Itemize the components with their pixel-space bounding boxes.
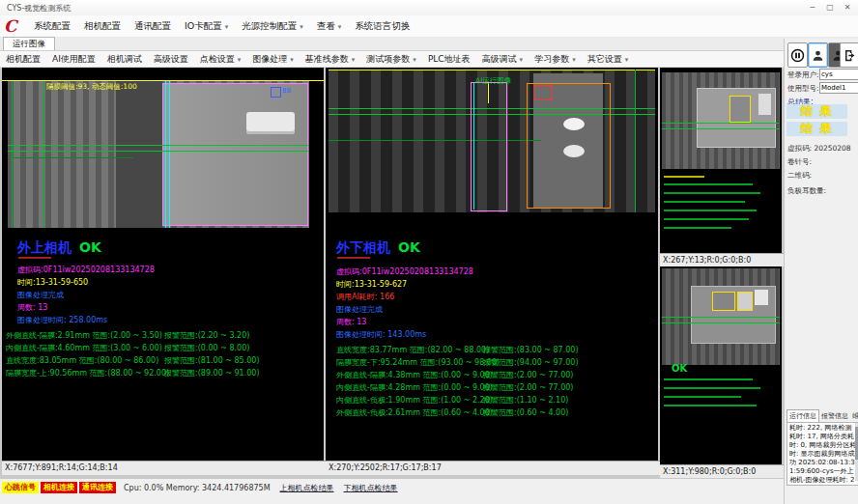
info-tabs: 运行信息报警信息维码信息 [786,409,858,422]
lower-camera-check-link[interactable]: 下相机点检结果 [344,483,398,493]
text-line [664,218,749,220]
tool-advanced-settings[interactable]: 高级设置 [148,51,194,67]
green-hline [8,157,133,158]
right-sidebar: 登录用户: 使用型号: 总结果: 结 果 结 果 虚拟码: 20250208 卷… [784,39,858,504]
model-label: 使用型号: [787,84,819,94]
exit-button[interactable] [840,42,858,68]
cycle-line: 周数: 13 [17,302,47,313]
middle-pixel-coords: X:270;Y:2502;R:17;G:17;B:17 [326,461,661,475]
comm-link-badge: 通讯连接 [79,482,116,493]
text-line [664,183,753,185]
login-user-button[interactable] [808,42,828,68]
tool-camera-config[interactable]: 相机配置 [0,51,46,67]
menu-camera-config[interactable]: 相机配置 [77,15,128,37]
small-red-text-line [18,257,51,259]
tool-baseline-params[interactable]: 基准线参数 [300,51,361,67]
tab-run-image[interactable]: 运行图像 [3,37,55,50]
text-line [664,227,731,229]
tool-other-settings[interactable]: 其它设置 [582,51,635,67]
green-vline [43,81,44,228]
tool-spot-check[interactable]: 点检设置 [194,51,247,67]
measurement-row: 内侧直线-负极:1.90mm 范围:(1.00 ~ 2.20)报警范围:(1.1… [336,395,655,407]
green-hline [662,123,780,124]
result-ok: OK [398,239,420,255]
yellow-roi-box [729,96,751,123]
green-hline [662,322,780,323]
model-input[interactable] [819,82,858,94]
cpu-memory-readout: Cpu: 0.0% Memory: 3424.41796875M [124,484,271,492]
toolbar: 相机配置 AI使用配置 相机调试 高级设置 点检设置 图像处理 基准线参数 测试… [0,51,858,68]
connector-part [246,112,295,134]
camera-name: 外上相机 [17,239,72,255]
bright-blob [758,94,771,115]
text-line [664,387,760,389]
status-bar: 心跳信号 相机连接 通讯连接 Cpu: 0.0% Memory: 3424.41… [0,479,784,496]
minimize-icon[interactable]: ─ [804,1,821,14]
measurement-row: 内侧直线-隔膜:4.28mm 范围:(0.00 ~ 9.00)报警范围:(2.0… [336,382,655,395]
text-line [664,192,760,194]
cyan-vline [169,81,170,228]
tool-image-process[interactable]: 图像处理 [246,51,300,67]
tab-run-info[interactable]: 运行信息 [786,409,819,422]
text-line [664,201,745,203]
process-done-line: 图像处理完成 [17,290,64,300]
yellow-hline [329,70,655,70]
ai-run-overlay-text: AI运行图像 [475,76,511,86]
menu-comm-config[interactable]: 通讯配置 [128,15,178,37]
login-user-input[interactable] [819,69,858,80]
process-done-line: 图像处理完成 [336,304,383,315]
time-line: 时间:13-31-59-650 [17,277,88,288]
orange-roi-box [527,83,611,209]
upper-camera-check-link[interactable]: 上相机点检结果 [280,483,334,493]
green-hline [662,128,780,129]
barcode-line: 虚拟码:0F11iw20250208133134728 [336,266,473,277]
pause-button[interactable] [787,42,808,68]
maximize-icon[interactable]: ▢ [821,1,839,14]
user-icon [811,48,825,63]
yellow-hline [2,80,324,81]
menu-system-config[interactable]: 系统配置 [27,15,77,37]
green-vline [635,70,636,212]
camera-link-badge: 相机连接 [41,482,77,493]
result-box-1: 结 果 [786,104,847,119]
dark-band [116,81,162,228]
menu-io-config[interactable]: IO卡配置 [178,15,235,37]
thumb-bottom-pixel-coords: X:311;Y:980;R:0;G:0;B:0 [660,464,785,478]
thumb-bottom-image[interactable] [662,268,780,365]
menu-light-config[interactable]: 光源控制配置 [235,15,310,37]
run-log-text: 耗时: 222, 网络检测耗时: 17, 网络分类耗时: 0, 网络裁剪分区耗时… [786,422,858,486]
cycle-line: 周数: 13 [336,317,366,327]
left-pixel-coords: X:7677;Y:891;R:14;G:14;B:14 [2,461,327,475]
tab-code-info[interactable]: 维码信息 [850,410,858,422]
tool-test-params[interactable]: 测试项参数 [360,51,422,67]
roi-badge-box [271,87,281,98]
middle-panel-title: 外下相机OK [336,239,420,257]
measurement-row: 隔膜宽度-下:95.24mm 范围:(93.00 ~ 98.00)报警范围:(9… [336,357,655,370]
measurement-row: 直线宽度:83.77mm 范围:(82.00 ~ 88.00)报警范围:(83.… [336,345,655,357]
thumb-top-image[interactable] [662,72,780,169]
tool-camera-debug[interactable]: 相机调试 [101,51,148,67]
tab-strip: 运行图像 [0,37,858,51]
close-icon[interactable]: ✕ [839,1,856,14]
tool-ai-use-config[interactable]: AI使用配置 [46,51,101,67]
result-ok: OK [79,239,101,255]
process-time-line: 图像处理时间: 143.00ms [336,329,426,340]
menu-view[interactable]: 查看 [310,15,349,37]
menu-language-switch[interactable]: 系统语言切换 [348,15,416,37]
thumb-result-ok: OK [672,363,687,374]
tab-count-label: 负极耳数量: [787,186,826,196]
tool-plc-address[interactable]: PLC地址表 [422,51,476,67]
green-hline [662,317,780,318]
tool-advanced-debug[interactable]: 高级调试 [476,51,529,67]
window-title: CYS-视觉检测系统 [7,3,71,14]
text-line [664,378,753,380]
tab-alarm-info[interactable]: 报警信息 [819,410,850,422]
text-line [664,405,757,406]
green-vline [12,81,13,228]
tool-learn-params[interactable]: 学习参数 [529,51,582,67]
roi-badge-value: 88 [282,87,291,95]
green-hline [8,145,309,146]
left-camera-image[interactable]: 隔膜阈值:93, 动态阈值:100 88 [8,81,309,228]
middle-camera-image[interactable]: AI运行图像 [329,70,655,212]
measurement-row: 外侧直线-隔膜:4.38mm 范围:(0.00 ~ 9.00)报警范围:(2.0… [336,370,655,382]
